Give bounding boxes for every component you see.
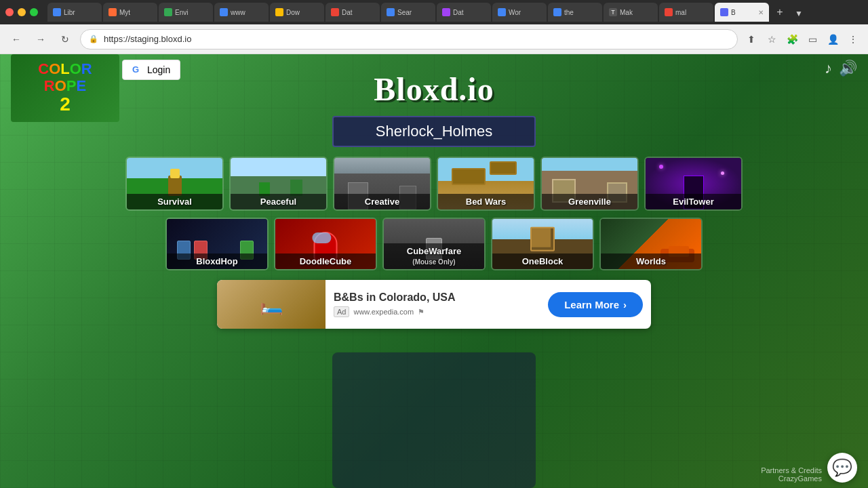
tab-favicon: [442, 8, 450, 16]
game-card-worlds[interactable]: Worlds: [599, 218, 703, 270]
tab-label: Mak: [620, 9, 633, 16]
bookmark-icon[interactable]: ☆: [764, 31, 780, 47]
learn-more-label: Learn More: [564, 299, 619, 310]
ad-image: 🛏️: [217, 280, 326, 329]
tab-dat1[interactable]: Dat: [326, 3, 380, 22]
sound-icon[interactable]: 🔊: [839, 60, 857, 77]
username-display[interactable]: Sherlock_Holmes: [332, 116, 536, 147]
tab-label: Libr: [64, 9, 75, 16]
tab-favicon: [53, 8, 61, 16]
maximize-button[interactable]: [30, 8, 38, 16]
ad-footer: Ad www.expedia.com ⚑: [334, 306, 540, 317]
tab-favicon: [498, 8, 506, 16]
game-label: Worlds: [601, 253, 701, 269]
minimize-button[interactable]: [18, 8, 26, 16]
tab-www[interactable]: www: [214, 3, 269, 22]
reload-button[interactable]: ↻: [56, 30, 75, 49]
tab-sear[interactable]: Sear: [381, 3, 435, 22]
back-button[interactable]: ←: [7, 30, 26, 49]
tab-mak[interactable]: T Mak: [604, 3, 658, 22]
lock-icon: 🔒: [89, 35, 98, 43]
game-card-peaceful[interactable]: Peaceful: [229, 157, 328, 211]
ad-title: B&Bs in Colorado, USA: [334, 291, 540, 304]
game-label: BloxdHop: [167, 253, 267, 269]
tabs-overflow-button[interactable]: ▼: [791, 5, 807, 22]
game-card-oneblock[interactable]: OneBlock: [491, 218, 594, 270]
tab-envi[interactable]: Envi: [159, 3, 213, 22]
tab-label: www: [231, 9, 245, 16]
title-bar: Libr Myt Envi www Dow Dat: [0, 0, 868, 24]
extensions-icon[interactable]: 🧩: [784, 31, 800, 47]
game-label: EvilTower: [646, 194, 741, 209]
login-button[interactable]: G Login: [122, 60, 180, 80]
ad-banner: 🛏️ B&Bs in Colorado, USA Ad www.expedia.…: [217, 280, 651, 329]
ad-label: Ad: [334, 306, 349, 317]
tab-favicon: [220, 8, 228, 16]
tab-favicon: [720, 8, 728, 16]
game-card-doodlecube[interactable]: DoodleCube: [274, 218, 377, 270]
tab-label: Dat: [453, 9, 464, 16]
tab-bloxd[interactable]: B ✕: [715, 3, 769, 22]
tabs-bar: Libr Myt Envi www Dow Dat: [47, 3, 863, 22]
ad-url: www.expedia.com: [353, 308, 414, 316]
tab-myt[interactable]: Myt: [103, 3, 157, 22]
tab-wor[interactable]: Wor: [492, 3, 547, 22]
tab-favicon: [553, 8, 561, 16]
tab-label: Wor: [509, 9, 521, 16]
game-card-eviltower[interactable]: EvilTower: [644, 157, 743, 211]
footer-text: Partners & Credits CrazyGames: [761, 466, 822, 483]
nav-bar: ← → ↻ 🔒 https://staging.bloxd.io ⬆ ☆ 🧩 ▭…: [0, 24, 868, 54]
discord-button[interactable]: 💬: [827, 453, 857, 483]
tab-favicon: [275, 8, 283, 16]
tab-close-icon[interactable]: ✕: [758, 9, 764, 16]
google-logo-icon: G: [132, 64, 143, 75]
tab-dow[interactable]: Dow: [270, 3, 324, 22]
game-card-cubewarfare[interactable]: CubeWarfare(Mouse Only): [382, 218, 486, 270]
color-rope-banner[interactable]: COLOR ROPE 2: [11, 54, 119, 122]
forward-button[interactable]: →: [31, 30, 50, 49]
tab-label: Myt: [119, 9, 130, 16]
tab-libr[interactable]: Libr: [47, 3, 102, 22]
learn-more-button[interactable]: Learn More ›: [548, 292, 643, 317]
game-label: Creative: [334, 194, 430, 209]
music-icon[interactable]: ♪: [825, 60, 832, 77]
game-label: DoodleCube: [275, 253, 376, 269]
ad-content: B&Bs in Colorado, USA Ad www.expedia.com…: [326, 280, 548, 329]
tab-the[interactable]: the: [548, 3, 602, 22]
login-label: Login: [147, 64, 170, 75]
discord-icon: 💬: [832, 458, 852, 477]
tab-label: Dat: [342, 9, 353, 16]
nav-icons: ⬆ ☆ 🧩 ▭ 👤 ⋮: [743, 31, 861, 47]
new-tab-button[interactable]: +: [770, 3, 789, 22]
game-card-greenville[interactable]: Greenville: [540, 157, 639, 211]
share-icon[interactable]: ⬆: [743, 31, 760, 47]
profile-icon[interactable]: 👤: [825, 31, 841, 47]
tab-label: mal: [675, 9, 686, 16]
address-bar[interactable]: 🔒 https://staging.bloxd.io: [80, 29, 738, 49]
game-label: Peaceful: [231, 194, 326, 209]
game-card-creative[interactable]: Creative: [333, 157, 431, 211]
tab-dat2[interactable]: Dat: [437, 3, 491, 22]
close-button[interactable]: [5, 8, 14, 16]
games-grid: Survival Peaceful: [125, 157, 743, 270]
tab-favicon: [164, 8, 172, 16]
game-label: Survival: [127, 194, 222, 209]
game-card-bedwars[interactable]: Bed Wars: [437, 157, 535, 211]
ad-flag-icon: ⚑: [418, 308, 425, 317]
menu-icon[interactable]: ⋮: [845, 31, 861, 47]
tab-label: the: [564, 9, 574, 16]
page-content: COLOR ROPE 2 G Login ♪ 🔊 Bloxd.io Sherlo…: [0, 54, 868, 488]
tab-mal[interactable]: mal: [659, 3, 713, 22]
game-card-survival[interactable]: Survival: [125, 157, 224, 211]
game-card-bloxdhop[interactable]: BloxdHop: [165, 218, 269, 270]
page-inner: Bloxd.io Sherlock_Holmes Survival: [0, 54, 868, 329]
tab-favicon: [665, 8, 673, 16]
partners-label: Partners & Credits: [761, 466, 822, 474]
tab-favicon: [108, 8, 117, 16]
footer-area: Partners & Credits CrazyGames 💬: [761, 453, 857, 483]
tab-favicon: [331, 8, 339, 16]
color-rope-text: COLOR ROPE 2: [38, 61, 92, 115]
browser-frame: Libr Myt Envi www Dow Dat: [0, 0, 868, 488]
game-label: CubeWarfare(Mouse Only): [384, 243, 484, 269]
sidebar-icon[interactable]: ▭: [804, 31, 821, 47]
